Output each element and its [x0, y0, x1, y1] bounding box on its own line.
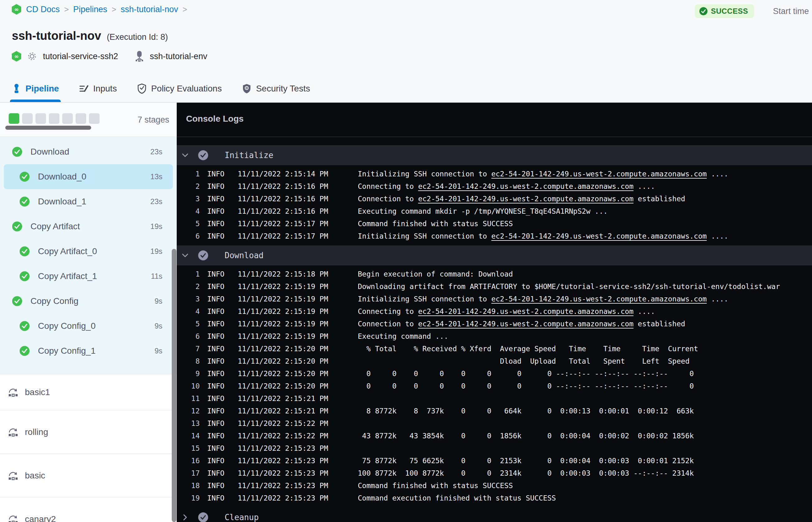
log-text: established — [633, 195, 685, 203]
stage-row-copy-artifact-1[interactable]: Copy Artifact_111s — [0, 264, 177, 289]
log-level: INFO — [207, 232, 226, 240]
log-host-link[interactable]: ec2-54-201-142-249.us-west-2.compute.ama… — [491, 170, 707, 178]
stage-progress-square — [36, 113, 46, 124]
breadcrumb-link-cd-docs[interactable]: CD Docs — [26, 5, 60, 14]
log-message: Executing command ... — [358, 332, 448, 340]
chevron-right-icon[interactable] — [183, 514, 188, 521]
stage-name: Download — [31, 147, 69, 157]
pipeline-execution-page: ∞ CD Docs > Pipelines > ssh-tutorial-nov… — [0, 0, 812, 522]
log-message: 100 8772k 100 8772k 0 0 2314k 0 0:00:03 … — [358, 469, 694, 477]
log-line-number: 7 — [182, 345, 200, 353]
log-host-link[interactable]: ec2-54-201-142-249.us-west-2.compute.ama… — [418, 307, 633, 316]
deployment-strategy-icon — [7, 387, 19, 398]
deployment-strategy-icon — [7, 470, 19, 481]
environment-name[interactable]: ssh-tutorial-env — [150, 52, 207, 61]
tab-security-tests[interactable]: Security Tests — [242, 75, 310, 102]
log-line-number: 1 — [182, 170, 200, 178]
log-message: Connecting to ec2-54-201-142-249.us-west… — [358, 307, 655, 316]
breadcrumb-separator: > — [112, 5, 116, 14]
tab-policy-evaluations-label: Policy Evaluations — [151, 84, 222, 94]
log-line-number: 16 — [182, 457, 200, 465]
stage-row-copy-artifact-0[interactable]: Copy Artifact_019s — [0, 239, 177, 264]
stage-row-download[interactable]: Download23s — [0, 139, 177, 164]
log-host-link[interactable]: ec2-54-201-142-249.us-west-2.compute.ama… — [418, 320, 633, 328]
log-host-link[interactable]: ec2-54-201-142-249.us-west-2.compute.ama… — [491, 232, 707, 240]
log-timestamp: 11/11/2022 2:15:23 PM — [238, 444, 331, 452]
log-level: INFO — [207, 220, 226, 228]
stage-row-copy-config[interactable]: Copy Config9s — [0, 289, 177, 314]
log-timestamp: 11/11/2022 2:15:21 PM — [238, 395, 331, 403]
stage-success-icon — [19, 172, 30, 182]
execution-id: (Execution Id: 8) — [107, 32, 168, 42]
log-text: .... — [707, 232, 728, 240]
strategy-name: canary2 — [25, 514, 56, 522]
log-line-number: 8 — [182, 357, 200, 365]
stage-row-download-0[interactable]: Download_013s — [4, 164, 173, 189]
sidebar-vertical-scrollbar[interactable] — [172, 249, 177, 522]
environment-icon — [135, 51, 144, 62]
log-text: .... — [633, 182, 655, 190]
log-message: Command finished with status SUCCESS — [358, 482, 513, 490]
breadcrumb-link-pipelines[interactable]: Pipelines — [73, 5, 107, 14]
log-level: INFO — [207, 182, 226, 190]
stage-row-copy-config-0[interactable]: Copy Config_09s — [0, 314, 177, 339]
log-level: INFO — [207, 270, 226, 278]
log-timestamp: 11/11/2022 2:15:19 PM — [238, 295, 331, 303]
service-gear-icon — [27, 51, 37, 62]
tab-inputs[interactable]: Inputs — [79, 75, 117, 102]
console-gap — [177, 137, 812, 145]
stage-name: Download_1 — [38, 197, 86, 206]
breadcrumb-separator: > — [183, 5, 187, 14]
log-line: 5INFO11/11/2022 2:15:17 PMCommand finish… — [177, 218, 812, 230]
log-line: 4INFO11/11/2022 2:15:19 PMConnecting to … — [177, 305, 812, 318]
stage-row-download-1[interactable]: Download_123s — [0, 189, 177, 214]
log-host-link[interactable]: ec2-54-201-142-249.us-west-2.compute.ama… — [418, 195, 633, 203]
chevron-down-icon[interactable] — [182, 253, 188, 258]
log-section-lines-download: 1INFO11/11/2022 2:15:18 PMBegin executio… — [177, 265, 812, 507]
stage-success-icon — [12, 221, 22, 232]
tab-inputs-label: Inputs — [93, 84, 117, 94]
log-section-header-initialize[interactable]: Initialize — [177, 145, 812, 165]
breadcrumb-separator: > — [64, 5, 69, 14]
log-line: 3INFO11/11/2022 2:15:16 PMConnection to … — [177, 193, 812, 205]
svg-text:∞: ∞ — [14, 53, 19, 59]
breadcrumb-link-pipeline-name[interactable]: ssh-tutorial-nov — [121, 5, 178, 14]
log-line-number: 2 — [182, 182, 200, 190]
log-host-link[interactable]: ec2-54-201-142-249.us-west-2.compute.ama… — [491, 295, 707, 303]
strategy-row-basic1[interactable]: basic1 — [0, 374, 177, 410]
log-text: Executing command ... — [358, 332, 448, 340]
stage-success-icon — [12, 296, 22, 306]
svg-text:∞: ∞ — [14, 6, 19, 13]
log-line-number: 13 — [182, 419, 200, 427]
strategy-row-basic[interactable]: basic — [0, 454, 177, 497]
stage-progress-minimap[interactable] — [9, 113, 100, 124]
log-message: Begin execution of command: Download — [358, 270, 513, 278]
log-timestamp: 11/11/2022 2:15:19 PM — [238, 307, 331, 316]
stage-row-copy-config-1[interactable]: Copy Config_19s — [0, 339, 177, 363]
tab-pipeline[interactable]: Pipeline — [12, 75, 59, 102]
log-line: 11INFO11/11/2022 2:15:21 PM — [177, 392, 812, 405]
log-section-header-cleanup[interactable]: Cleanup — [177, 507, 812, 522]
stage-progress-summary: 7 stages — [0, 103, 177, 137]
strategy-row-canary2[interactable]: canary2 — [0, 497, 177, 522]
chevron-down-icon[interactable] — [182, 153, 188, 158]
log-line-number: 17 — [182, 469, 200, 477]
stage-duration: 11s — [151, 272, 162, 281]
log-level: INFO — [207, 395, 226, 403]
strategy-stage-list: basic1 rolling basic canary2 — [0, 374, 177, 522]
log-message: Connecting to ec2-54-201-142-249.us-west… — [358, 182, 655, 190]
log-host-link[interactable]: ec2-54-201-142-249.us-west-2.compute.ama… — [418, 182, 633, 190]
minimap-horizontal-scrollbar[interactable] — [5, 126, 91, 130]
stage-row-copy-artifact[interactable]: Copy Artifact19s — [0, 214, 177, 239]
log-section-header-download[interactable]: Download — [177, 245, 812, 265]
log-level: INFO — [207, 369, 226, 378]
stage-duration: 19s — [150, 222, 162, 231]
log-line: 6INFO11/11/2022 2:15:17 PMInitializing S… — [177, 230, 812, 242]
log-level: INFO — [207, 282, 226, 290]
log-line-number: 14 — [182, 432, 200, 440]
log-message: 0 0 0 0 0 0 0 0 --:--:-- --:--:-- --:--:… — [358, 382, 694, 390]
log-line: 2INFO11/11/2022 2:15:16 PMConnecting to … — [177, 180, 812, 193]
strategy-row-rolling[interactable]: rolling — [0, 410, 177, 454]
tab-policy-evaluations[interactable]: Policy Evaluations — [137, 75, 222, 102]
service-name[interactable]: tutorial-service-ssh2 — [43, 52, 118, 61]
